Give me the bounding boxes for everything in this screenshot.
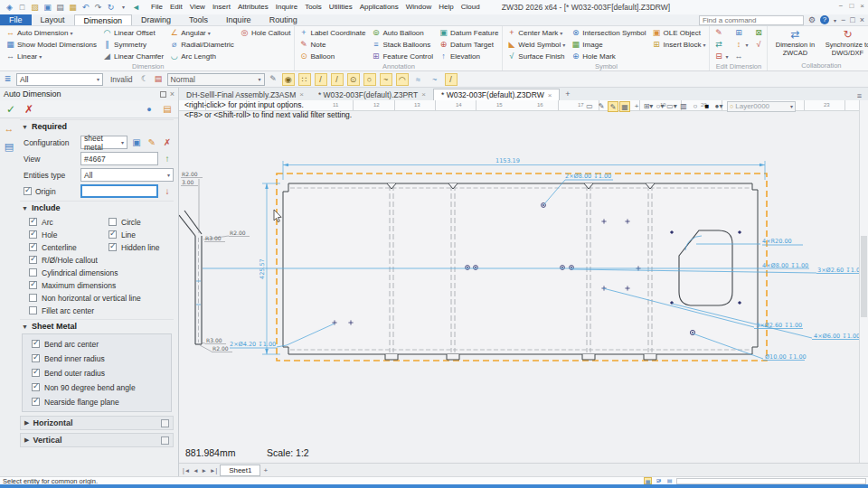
radial-diametric-button[interactable]: ⌀Radial/Diametric	[168, 39, 235, 51]
side-3-text[interactable]: 3.00	[182, 179, 194, 185]
dimension-list-icon[interactable]: ▤	[5, 142, 14, 152]
dimension-in-zwcad-button[interactable]: ⇄Dimension in ZWCAD	[770, 27, 819, 61]
stack-balloons-button[interactable]: ≡Stack Balloons	[370, 39, 434, 51]
doc-tab-assembly[interactable]: DH-Selll-Final Assembly.Z3ASM×	[179, 89, 311, 100]
sm-bend-outer-radius[interactable]: Bend outer radius	[32, 367, 171, 379]
callout-top-text[interactable]: 2×Ø8.00 ↧1.00	[565, 173, 611, 180]
vertical-scrollbar[interactable]	[859, 100, 868, 463]
include-centerline[interactable]: Centerline	[29, 241, 108, 253]
auto-balloon-button[interactable]: ⊚Auto Balloon	[370, 27, 434, 39]
first-sheet-icon[interactable]: |◄	[183, 467, 190, 474]
auto-dimension-button[interactable]: ↔Auto Dimension▾	[5, 27, 98, 39]
checkbox-circle[interactable]	[108, 218, 117, 226]
regen-icon[interactable]: ↻	[105, 2, 117, 13]
ghost-display-icon[interactable]: ☾	[140, 74, 150, 84]
undo-icon[interactable]: ↶	[80, 2, 91, 13]
delete-config-icon[interactable]: ✗	[161, 136, 174, 149]
callout-d6-text[interactable]: 4×Ø6.00 ↧1.00	[814, 333, 860, 340]
checkbox-hole[interactable]	[29, 230, 37, 239]
draft-pencil-icon[interactable]: ✎	[608, 101, 618, 112]
cancel-button[interactable]: ✗	[22, 102, 36, 117]
menu-applications[interactable]: Applications	[356, 0, 402, 14]
light-icon[interactable]: ○	[690, 101, 701, 112]
last-sheet-icon[interactable]: ►|	[210, 467, 217, 474]
dim-top-text[interactable]: 1153.19	[495, 157, 520, 164]
status-input[interactable]	[676, 478, 866, 484]
view-input[interactable]: #4667	[80, 152, 158, 165]
checkbox-centerline[interactable]	[29, 243, 37, 251]
edit-dim-break-button[interactable]: ⊟▾	[712, 51, 729, 62]
snap-line-icon[interactable]: /	[315, 73, 327, 86]
panel-pin-icon[interactable]	[160, 91, 166, 98]
prev-sheet-icon[interactable]: ◄	[193, 467, 198, 474]
menu-tools[interactable]: Tools	[301, 0, 326, 14]
snap-curve-icon[interactable]: ~	[380, 73, 392, 86]
find-command-input[interactable]	[699, 15, 804, 25]
checkbox-non-hv-line[interactable]	[29, 294, 37, 302]
grid-settings-icon[interactable]: ⊞▾	[643, 101, 654, 112]
menu-file[interactable]: File	[147, 0, 166, 14]
menu-insert[interactable]: Insert	[209, 0, 234, 14]
panel-close-icon[interactable]: ×	[170, 89, 175, 99]
horizontal-list-icon[interactable]	[161, 419, 169, 427]
note-button[interactable]: ✎Note	[297, 39, 366, 51]
checkbox-nearside-flange[interactable]	[32, 398, 40, 406]
include-arc[interactable]: Arc	[29, 216, 108, 228]
play-icon[interactable]: ◄	[130, 2, 142, 13]
image-button[interactable]: ▦Image	[570, 39, 646, 51]
edit-dim-move-button[interactable]: ↔	[732, 51, 749, 62]
edit-dim-align-button[interactable]: ⊞	[732, 27, 749, 39]
include-hole[interactable]: Hole	[29, 229, 108, 240]
sheet-tab[interactable]: Sheet1	[220, 465, 260, 476]
vertical-list-icon[interactable]	[161, 436, 169, 445]
layer-combo[interactable]: ○ Layer0000▾	[727, 101, 796, 112]
datum-feature-button[interactable]: ▣Datum Feature	[438, 27, 499, 39]
feature-control-button[interactable]: ⊞Feature Control	[370, 51, 434, 62]
close-icon[interactable]: ×	[860, 2, 864, 10]
datum-target-button[interactable]: ⊕Datum Target	[438, 39, 499, 51]
intersection-symbol-button[interactable]: ⊗Intersection Symbol	[570, 27, 646, 39]
linear-chamfer-button[interactable]: ◢Linear Chamfer	[101, 51, 165, 62]
save-config-icon[interactable]: ▣	[130, 136, 143, 149]
tab-file[interactable]: File	[0, 14, 32, 25]
open-file-icon[interactable]: ▨	[29, 2, 41, 13]
surface-finish-button[interactable]: √Surface Finish	[505, 51, 566, 62]
angular-button[interactable]: ∠Angular▾	[168, 27, 235, 39]
snap-midpoint-icon[interactable]: ∷	[298, 73, 311, 86]
edit-dim-reposition-button[interactable]: ↕▾	[732, 39, 749, 51]
restore-icon[interactable]: □	[849, 2, 854, 10]
label-coordinate-button[interactable]: +Label Coordinate	[297, 27, 366, 39]
tab-close-icon[interactable]: ×	[421, 90, 426, 99]
include-hidden-line[interactable]: Hidden line	[108, 241, 174, 253]
checkbox-bend-inner-radius[interactable]	[32, 354, 40, 362]
arc-length-button[interactable]: ◡Arc Length	[168, 51, 235, 62]
side-r3-mid-text[interactable]: R3.00	[205, 235, 222, 241]
checkbox-fillet-arc[interactable]	[29, 306, 37, 314]
origin-checkbox[interactable]	[24, 187, 32, 195]
callout-d8-text[interactable]: 4×Ø8.00 ↧1.00	[762, 262, 808, 269]
configuration-combo[interactable]: sheet metal▾	[80, 136, 127, 149]
include-maximum[interactable]: Maximum dimensions	[29, 279, 174, 291]
cad-drawing[interactable]: 1153.19 425.57 2×Ø8.00 ↧1.00 2×Ø4.20 ↧1.…	[179, 100, 868, 476]
edit-sketch-icon[interactable]: ▭	[584, 101, 595, 112]
snap-wave-icon[interactable]: ~	[429, 73, 441, 86]
import-icon[interactable]: ▦	[67, 2, 79, 13]
dim-left-text[interactable]: 425.57	[259, 258, 266, 279]
doc-close-icon[interactable]: ×	[860, 15, 864, 24]
linear-offset-button[interactable]: ◠Linear Offset	[101, 27, 165, 39]
checkbox-maximum[interactable]	[29, 281, 37, 289]
minimize-icon[interactable]: −	[839, 2, 844, 10]
top-dimension[interactable]: 1153.19	[283, 157, 765, 180]
note-filter-icon[interactable]: ▤	[154, 74, 164, 84]
callout-bottom-left-text[interactable]: 2×Ø4.20 ↧1.00	[230, 341, 276, 348]
doc-tab-part[interactable]: * W032-003F(default).Z3PRT×	[311, 89, 433, 100]
callout-r20-text[interactable]: 4×R20.00	[762, 238, 792, 245]
sm-nearside-flange[interactable]: Nearside flange plane	[32, 396, 171, 408]
include-circle[interactable]: Circle	[108, 216, 174, 228]
callout-d26-lower-text[interactable]: 3×Ø2.60 ↧1.00	[756, 322, 802, 329]
snap-diagonal-icon[interactable]: /	[445, 73, 458, 86]
hole-mark-button[interactable]: ⊕Hole Mark	[570, 51, 646, 62]
add-sheet-icon[interactable]: +	[263, 466, 268, 474]
edit-dim-modify-button[interactable]: ✎	[712, 27, 729, 39]
side-r2-top-text[interactable]: R2.00	[182, 171, 198, 177]
